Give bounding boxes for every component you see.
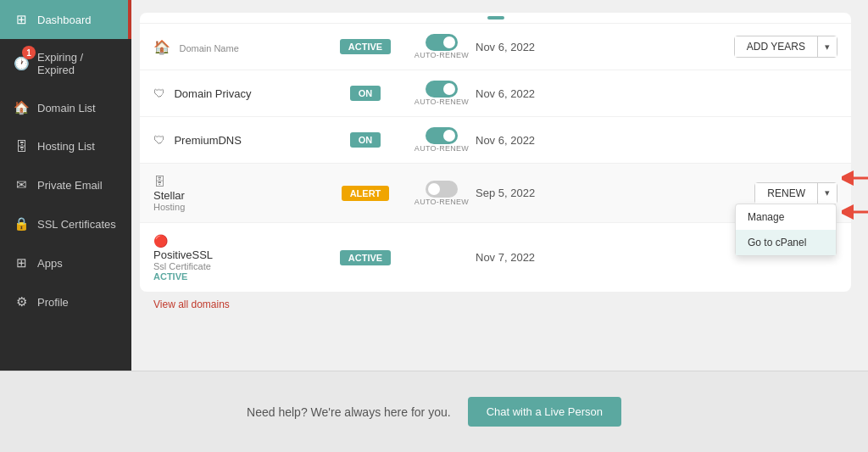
sidebar-item-private-email[interactable]: ✉ Private Email (0, 165, 131, 204)
domain-name-col: 🛡 Domain Privacy (153, 86, 323, 101)
status-badge: ACTIVE (340, 250, 391, 265)
sidebar-item-hosting-list[interactable]: 🗄 Hosting List (0, 127, 131, 165)
domain-name-label: Domain Privacy (174, 87, 251, 100)
toggle-switch[interactable] (426, 127, 458, 144)
status-col: ON (323, 132, 408, 148)
renew-button[interactable]: RENEW (755, 183, 817, 204)
expiry-date: Nov 6, 2022 (476, 87, 586, 100)
domain-icon: 🏠 (14, 100, 29, 115)
expiry-date: Nov 6, 2022 (476, 41, 586, 53)
action-col: RENEW ▾ Manage Go to cPanel (586, 182, 837, 204)
sidebar-item-label: Dashboard (37, 14, 92, 26)
dropdown-item-cpanel[interactable]: Go to cPanel (736, 230, 836, 255)
table-row: 🛡 PremiumDNS ON AUTO-RENEW Nov 6, 2022 (140, 117, 851, 164)
sidebar-item-label: Expiring / Expired (37, 51, 118, 76)
dropdown-item-manage[interactable]: Manage (736, 204, 836, 230)
add-years-button[interactable]: ADD YEARS (735, 36, 817, 57)
toggle-switch[interactable] (426, 181, 458, 198)
domain-name-col: 🛡 PremiumDNS (153, 132, 323, 148)
expiry-date: Nov 6, 2022 (476, 134, 586, 147)
apps-icon: ⊞ (14, 255, 29, 271)
status-badge: ALERT (342, 186, 390, 201)
auto-renew-label: AUTO-RENEW (415, 198, 469, 206)
domain-sub-label: Ssl Certificate (153, 261, 323, 271)
expiring-badge: 1 (22, 46, 36, 59)
sidebar-item-ssl-certificates[interactable]: 🔒 SSL Certificates (0, 204, 131, 243)
renew-button-group[interactable]: RENEW ▾ Manage Go to cPanel (754, 182, 837, 204)
domain-name-label: Domain Name (179, 43, 238, 53)
add-years-button-group[interactable]: ADD YEARS ▾ (734, 36, 837, 58)
status-badge: ACTIVE (340, 39, 391, 54)
renew-dropdown-menu: Manage Go to cPanel (735, 204, 837, 256)
toggle-switch[interactable] (426, 81, 458, 98)
autorenew-col[interactable]: AUTO-RENEW (408, 127, 476, 153)
status-col: ON (323, 86, 408, 101)
footer: Need help? We're always here for you. Ch… (0, 371, 868, 452)
domain-sub-label: Hosting (153, 202, 323, 212)
sidebar-item-apps[interactable]: ⊞ Apps (0, 243, 131, 282)
ssl-cert-icon: 🔴 (153, 234, 168, 248)
action-col: ADD YEARS ▾ (586, 36, 837, 58)
server-icon: 🗄 (153, 175, 165, 188)
expiry-date: Nov 7, 2022 (476, 251, 586, 264)
auto-renew-label: AUTO-RENEW (415, 51, 469, 59)
sidebar-item-profile[interactable]: ⚙ Profile (0, 282, 131, 321)
domain-status-label: ACTIVE (153, 271, 323, 282)
auto-renew-label: AUTO-RENEW (415, 144, 469, 153)
view-all-domains-link[interactable]: View all domains (140, 292, 851, 317)
sidebar-item-label: Apps (37, 257, 63, 270)
table-row: 🗄 Stellar Hosting ALERT AUTO-RENEW Sep 5… (140, 164, 851, 223)
status-col: ACTIVE (323, 250, 408, 265)
domain-name-label: PositiveSSL (153, 248, 323, 261)
domain-name-col: 🔴 PositiveSSL Ssl Certificate ACTIVE (153, 233, 323, 282)
domain-name-label: Stellar (153, 189, 323, 202)
autorenew-col[interactable]: AUTO-RENEW (408, 34, 476, 59)
shield-icon: 🛡 (153, 86, 165, 100)
status-badge: ON (350, 132, 381, 148)
status-col: ACTIVE (323, 39, 408, 54)
renew-dropdown-button[interactable]: ▾ (817, 183, 837, 204)
domain-name-label: PremiumDNS (174, 134, 241, 147)
domain-name-col: 🗄 Stellar Hosting (153, 174, 323, 212)
domain-name-col: 🏠 Domain Name (153, 39, 323, 55)
table-row: 🛡 Domain Privacy ON AUTO-RENEW Nov 6, 20… (140, 70, 851, 117)
sidebar-item-label: Profile (37, 296, 69, 309)
main-content: 🏠 Domain Name ACTIVE AUTO-RENEW Nov 6, 2… (131, 0, 868, 371)
domain-card: 🏠 Domain Name ACTIVE AUTO-RENEW Nov 6, 2… (140, 13, 851, 292)
dashboard-icon: ⊞ (14, 12, 29, 27)
sidebar-item-domain-list[interactable]: 🏠 Domain List (0, 88, 131, 127)
status-badge: ON (350, 86, 381, 101)
shield-icon: 🛡 (153, 133, 165, 147)
ssl-icon: 🔒 (14, 216, 29, 232)
add-years-dropdown-button[interactable]: ▾ (817, 36, 837, 57)
sidebar-item-expiring[interactable]: 1 🕐 Expiring / Expired (0, 39, 131, 88)
autorenew-col[interactable]: AUTO-RENEW (408, 81, 476, 106)
auto-renew-label: AUTO-RENEW (415, 98, 469, 106)
email-icon: ✉ (14, 177, 29, 193)
table-row: 🏠 Domain Name ACTIVE AUTO-RENEW Nov 6, 2… (140, 24, 851, 70)
sidebar: ⊞ Dashboard 1 🕐 Expiring / Expired 🏠 Dom… (0, 0, 131, 371)
hosting-icon: 🗄 (14, 139, 29, 153)
sidebar-item-label: Domain List (37, 102, 96, 114)
expiry-date: Sep 5, 2022 (476, 187, 586, 199)
red-arrow-1 (842, 165, 868, 216)
help-text: Need help? We're always here for you. (247, 405, 451, 419)
sidebar-item-label: SSL Certificates (37, 218, 116, 231)
sidebar-item-label: Hosting List (37, 140, 95, 153)
sidebar-item-dashboard[interactable]: ⊞ Dashboard (0, 0, 131, 39)
home-icon: 🏠 (153, 40, 170, 54)
status-col: ALERT (323, 186, 408, 201)
chat-button[interactable]: Chat with a Live Person (468, 397, 621, 427)
sidebar-item-label: Private Email (37, 179, 103, 192)
toggle-switch[interactable] (426, 34, 458, 51)
autorenew-col[interactable]: AUTO-RENEW (408, 181, 476, 206)
profile-icon: ⚙ (14, 294, 29, 310)
